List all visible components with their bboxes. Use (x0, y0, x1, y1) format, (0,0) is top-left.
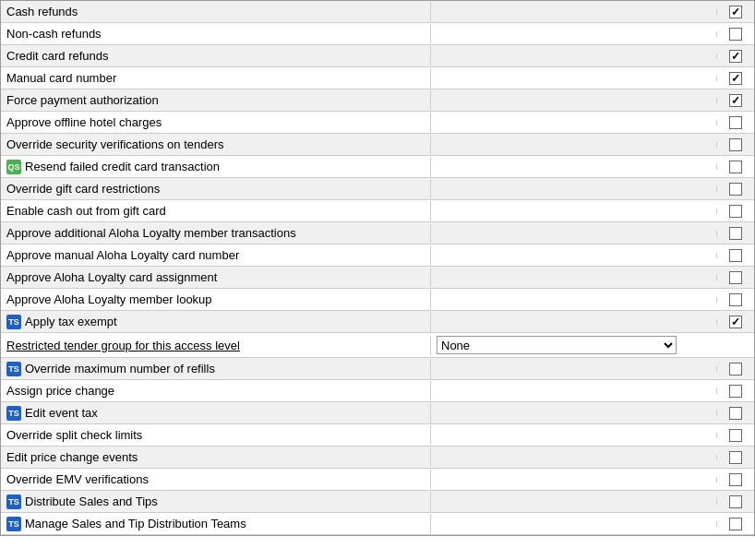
checkbox[interactable] (729, 249, 742, 262)
table-row: TSManage Sales and Tip Distribution Team… (1, 513, 754, 535)
row-checkbox-cell (717, 69, 754, 88)
row-value-cell (431, 76, 717, 81)
checkbox[interactable] (729, 271, 742, 284)
row-label-text: Approve manual Aloha Loyalty card number (6, 248, 239, 262)
row-label-text: Override gift card restrictions (6, 182, 160, 196)
ts-icon: TS (6, 406, 21, 421)
checkbox[interactable] (729, 363, 742, 375)
table-row: Enable cash out from gift card (1, 200, 754, 222)
row-label-text: Enable cash out from gift card (6, 204, 166, 218)
row-value-cell (431, 54, 717, 59)
checkbox[interactable] (729, 138, 742, 151)
row-checkbox-cell (717, 471, 754, 489)
row-checkbox-cell (717, 448, 754, 467)
row-label-text: Manage Sales and Tip Distribution Teams (25, 517, 246, 530)
row-label-cell: TSOverride maximum number of refills (1, 359, 431, 379)
row-label-cell: Override split check limits (1, 425, 431, 445)
table-row: TSEdit event tax (1, 402, 754, 424)
checkbox[interactable] (729, 6, 742, 18)
table-row: Force payment authorization (1, 89, 754, 112)
row-value-cell (431, 98, 717, 103)
row-checkbox-cell (717, 91, 754, 110)
checkbox[interactable] (729, 161, 742, 173)
row-label-cell: Approve Aloha Loyalty card assignment (1, 268, 431, 287)
row-checkbox-cell (717, 313, 754, 331)
row-value-cell (431, 366, 717, 372)
ts-icon: TS (6, 517, 21, 531)
row-label-text: Distribute Sales and Tips (25, 494, 158, 508)
row-label-cell: Edit price change events (1, 447, 431, 467)
table-row: Edit price change events (1, 447, 754, 469)
row-value-cell (431, 388, 717, 394)
row-label-cell: Non-cash refunds (1, 24, 431, 43)
row-label-cell: Approve Aloha Loyalty member lookup (1, 290, 431, 309)
checkbox[interactable] (729, 116, 742, 129)
row-label-cell: QSResend failed credit card transaction (1, 157, 431, 177)
row-value-cell (431, 275, 717, 280)
row-value-cell (431, 186, 717, 192)
table-row: Restricted tender group for this access … (1, 333, 754, 358)
row-label-cell: Override gift card restrictions (1, 179, 431, 198)
row-checkbox-cell (717, 246, 754, 265)
row-value-cell (431, 499, 717, 505)
row-value-cell (431, 120, 717, 125)
checkbox[interactable] (729, 72, 742, 85)
table-row: Override gift card restrictions (1, 178, 754, 200)
checkbox[interactable] (729, 407, 742, 420)
checkbox[interactable] (729, 473, 742, 486)
row-checkbox-cell (717, 136, 754, 154)
checkbox[interactable] (729, 385, 742, 398)
table-row: Credit card refunds (1, 45, 754, 67)
row-label-text: Apply tax exempt (25, 315, 117, 328)
checkbox[interactable] (729, 293, 742, 306)
checkbox[interactable] (729, 183, 742, 196)
row-value-cell (431, 455, 717, 460)
row-value-cell (431, 9, 717, 15)
row-checkbox-cell (717, 224, 754, 243)
row-label-cell: TSDistribute Sales and Tips (1, 492, 431, 512)
row-label-cell: TSApply tax exempt (1, 312, 431, 332)
row-label-text: Manual card number (6, 71, 116, 85)
dropdown-select[interactable]: NoneGroup 1Group 2 (437, 336, 677, 354)
table-row: Approve offline hotel charges (1, 112, 754, 134)
row-label-cell: TSManage Sales and Tip Distribution Team… (1, 514, 431, 534)
row-label-cell: Cash refunds (1, 2, 431, 21)
row-checkbox-cell (717, 426, 754, 445)
row-checkbox-cell (717, 158, 754, 176)
row-value-cell (431, 164, 717, 170)
row-checkbox-cell (717, 3, 754, 21)
row-value-cell (431, 477, 717, 483)
table-row: Non-cash refunds (1, 23, 754, 45)
permissions-table: Cash refundsNon-cash refundsCredit card … (0, 0, 755, 536)
table-row: Cash refunds (1, 1, 754, 23)
ts-icon: TS (6, 494, 21, 509)
checkbox[interactable] (729, 451, 742, 464)
row-value-cell (431, 142, 717, 148)
row-label-text: Edit event tax (25, 406, 98, 420)
row-dropdown-cell: NoneGroup 1Group 2 (431, 333, 754, 357)
checkbox[interactable] (729, 28, 742, 41)
row-label-text: Non-cash refunds (6, 27, 102, 41)
row-label-cell: Approve offline hotel charges (1, 113, 431, 132)
checkbox[interactable] (729, 429, 742, 442)
row-checkbox-cell (717, 202, 754, 220)
checkbox[interactable] (729, 205, 742, 218)
row-label-text: Assign price change (6, 384, 114, 398)
row-label-text: Approve Aloha Loyalty member lookup (6, 292, 212, 306)
table-row: Approve Aloha Loyalty card assignment (1, 267, 754, 289)
row-label-text: Approve additional Aloha Loyalty member … (6, 226, 296, 240)
row-label-cell: Restricted tender group for this access … (1, 336, 431, 355)
row-label-text: Restricted tender group for this access … (6, 339, 240, 352)
table-row: TSOverride maximum number of refills (1, 358, 754, 380)
checkbox[interactable] (729, 50, 742, 63)
checkbox[interactable] (729, 316, 742, 328)
checkbox[interactable] (729, 94, 742, 107)
checkbox[interactable] (729, 227, 742, 240)
table-row: Approve additional Aloha Loyalty member … (1, 222, 754, 244)
table-row: Override security verifications on tende… (1, 134, 754, 156)
checkbox[interactable] (729, 518, 742, 530)
row-checkbox-cell (717, 113, 754, 132)
table-row: Override EMV verifications (1, 469, 754, 491)
checkbox[interactable] (729, 495, 742, 508)
row-value-cell (431, 31, 717, 37)
